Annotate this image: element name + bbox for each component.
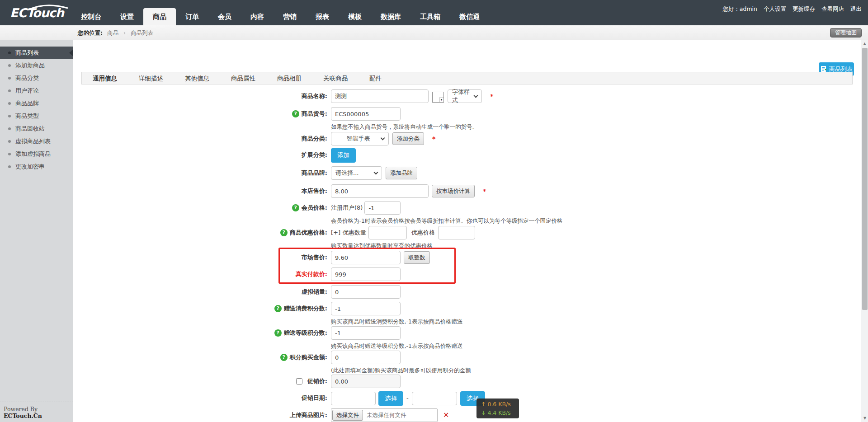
link-refresh-cache[interactable]: 更新缓存 <box>793 0 815 18</box>
choose-file-button[interactable]: 选择文件 <box>332 410 363 421</box>
row-member-price: ? 会员价格: 注册用户(8) 会员价格为-1时表示会员价格按会员等级折扣率计算… <box>241 201 562 225</box>
volume-qty-input[interactable] <box>368 226 407 239</box>
sidebar-item-label: 商品回收站 <box>15 122 45 135</box>
member-price-input[interactable] <box>364 201 401 215</box>
help-icon[interactable]: ? <box>280 229 288 236</box>
scrollbar-down-arrow-icon[interactable]: ▼ <box>861 415 868 422</box>
add-ext-category-button[interactable]: 添加 <box>331 148 356 163</box>
breadcrumb: 您的位置: 商品 › 商品列表 <box>78 25 153 40</box>
goods-image-file-input[interactable]: 选择文件 未选择任何文件 <box>331 408 438 422</box>
color-picker-box[interactable]: ▾ <box>432 92 444 103</box>
tab-detail-description[interactable]: 详细描述 <box>128 72 174 84</box>
date-range-separator: - <box>406 391 409 406</box>
font-style-select[interactable]: 字体样式 <box>448 89 482 103</box>
sidebar-item-recycle-bin[interactable]: 商品回收站 <box>0 122 73 135</box>
pick-start-date-button[interactable]: 选择 <box>378 391 403 406</box>
link-logout[interactable]: 退出 <box>850 0 862 18</box>
real-price-input[interactable] <box>331 267 401 281</box>
tab-goods-attributes[interactable]: 商品属性 <box>220 72 266 84</box>
nav-item-goods[interactable]: 商品 <box>143 8 176 25</box>
row-ext-category: 扩展分类: 添加 <box>241 148 356 163</box>
help-icon[interactable]: ? <box>274 329 282 337</box>
powered-by: Powered By ECTouch.Cn <box>0 402 73 419</box>
vertical-scrollbar[interactable]: ▲ ▼ <box>861 40 868 422</box>
tab-other-info[interactable]: 其他信息 <box>174 72 220 84</box>
nav-item-marketing[interactable]: 营销 <box>274 8 306 25</box>
shop-price-input[interactable] <box>331 184 429 198</box>
add-brand-button[interactable]: 添加品牌 <box>386 167 417 179</box>
link-view-shop[interactable]: 查看网店 <box>821 0 844 18</box>
scrollbar-thumb[interactable] <box>862 48 868 310</box>
help-icon[interactable]: ? <box>274 305 282 312</box>
nav-item-toolbox[interactable]: 工具箱 <box>410 8 450 25</box>
give-integral-label: ? 赠送消费积分数: <box>241 302 327 315</box>
nav-user-area: 您好 : admin 个人设置 更新缓存 查看网店 退出 <box>723 0 862 18</box>
sidebar-item-goods-brand[interactable]: 商品品牌 <box>0 97 73 110</box>
form-tabs: 通用信息 详细描述 其他信息 商品属性 商品相册 关联商品 配件 <box>81 72 853 84</box>
volume-price-input[interactable] <box>438 226 475 239</box>
nav-item-settings[interactable]: 设置 <box>111 8 143 25</box>
nav-item-templates[interactable]: 模板 <box>339 8 371 25</box>
breadcrumb-prefix: 您的位置: <box>78 29 103 36</box>
nav-item-reports[interactable]: 报表 <box>306 8 339 25</box>
brand-select[interactable]: 请选择... <box>331 166 382 180</box>
promote-end-date-input[interactable] <box>412 392 457 405</box>
sidebar: 商品列表 添加新商品 商品分类 用户评论 商品品牌 商品类型 商品回收站 虚拟商… <box>0 40 73 422</box>
sidebar-item-virtual-goods-list[interactable]: 虚拟商品列表 <box>0 135 73 148</box>
rank-integral-input[interactable] <box>331 326 401 340</box>
bullet-icon <box>8 52 11 54</box>
calc-by-market-price-button[interactable]: 按市场价计算 <box>432 185 475 197</box>
integral-input[interactable] <box>331 351 401 364</box>
category-select[interactable]: 智能手表 <box>331 132 389 145</box>
tab-general-info[interactable]: 通用信息 <box>82 72 128 84</box>
integral-label: ? 积分购买金额: <box>241 351 327 364</box>
goods-name-input[interactable] <box>331 89 429 103</box>
volume-price-text-label: 优惠价格 <box>411 226 435 239</box>
help-icon[interactable]: ? <box>292 110 299 117</box>
promote-price-checkbox[interactable] <box>296 378 302 384</box>
help-icon[interactable]: ? <box>280 354 288 361</box>
sidebar-item-label: 商品品牌 <box>15 97 39 110</box>
round-number-button[interactable]: 取整数 <box>404 251 430 264</box>
sidebar-item-goods-category[interactable]: 商品分类 <box>0 72 73 84</box>
scrollbar-up-arrow-icon[interactable]: ▲ <box>861 40 868 47</box>
link-personal-settings[interactable]: 个人设置 <box>764 0 786 18</box>
sidebar-item-label: 虚拟商品列表 <box>15 135 51 148</box>
volume-plus-label[interactable]: [+] <box>331 226 340 239</box>
goods-sn-input[interactable] <box>331 107 401 121</box>
nav-item-database[interactable]: 数据库 <box>371 8 410 25</box>
nav-item-orders[interactable]: 订单 <box>176 8 208 25</box>
sidebar-item-change-key[interactable]: 更改加密串 <box>0 160 73 173</box>
remove-image-icon[interactable]: ✕ <box>443 408 449 422</box>
download-speed: ↓ 4.4 KB/s <box>481 408 514 417</box>
give-integral-input[interactable] <box>331 302 401 315</box>
nav-item-members[interactable]: 会员 <box>208 8 241 25</box>
tab-goods-gallery[interactable]: 商品相册 <box>266 72 312 84</box>
sidebar-item-add-virtual-goods[interactable]: 添加虚拟商品 <box>0 148 73 160</box>
sidebar-item-label: 商品分类 <box>15 72 39 84</box>
add-category-button[interactable]: 添加分类 <box>392 132 424 145</box>
admin-map-button[interactable]: 管理地图 <box>830 28 862 38</box>
sidebar-item-goods-list[interactable]: 商品列表 <box>0 47 73 59</box>
sidebar-item-goods-type[interactable]: 商品类型 <box>0 110 73 122</box>
sidebar-item-user-comments[interactable]: 用户评论 <box>0 84 73 97</box>
promote-start-date-input[interactable] <box>331 392 376 405</box>
promote-price-input[interactable] <box>331 375 401 388</box>
nav-item-content[interactable]: 内容 <box>241 8 274 25</box>
logo-swoosh-icon <box>27 5 69 11</box>
nav-item-wechat[interactable]: 微信通 <box>450 8 489 25</box>
breadcrumb-section[interactable]: 商品 <box>107 29 118 36</box>
help-icon[interactable]: ? <box>292 204 299 211</box>
tab-related-goods[interactable]: 关联商品 <box>312 72 359 84</box>
bullet-icon <box>8 153 11 155</box>
virtual-sales-input[interactable] <box>331 285 401 299</box>
row-goods-name: 商品名称: ▾ 字体样式 * <box>241 89 493 103</box>
volume-qty-label: 优惠数量 <box>343 226 366 239</box>
upload-speed: ↑ 0.6 KB/s <box>481 400 514 408</box>
nav-item-console[interactable]: 控制台 <box>71 8 111 25</box>
sidebar-item-label: 添加新商品 <box>15 59 45 72</box>
tab-accessories[interactable]: 配件 <box>359 72 392 84</box>
row-brand: 商品品牌: 请选择... 添加品牌 <box>241 166 417 180</box>
market-price-input[interactable] <box>331 251 401 264</box>
sidebar-item-add-goods[interactable]: 添加新商品 <box>0 59 73 72</box>
